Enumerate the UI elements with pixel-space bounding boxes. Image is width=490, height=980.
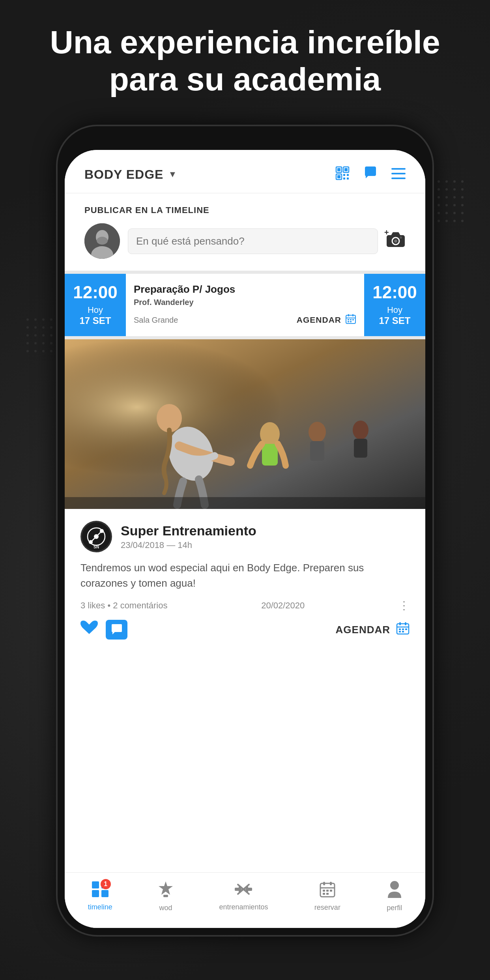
post-section: PUBLICAR EN LA TIMELINE — [65, 193, 425, 274]
svg-point-46 — [42, 334, 45, 337]
svg-rect-96 — [65, 497, 425, 509]
svg-point-9 — [445, 188, 448, 191]
svg-rect-64 — [343, 178, 345, 180]
svg-rect-109 — [402, 628, 404, 630]
svg-point-16 — [453, 196, 456, 198]
brand-name: BODY EDGE — [84, 167, 163, 182]
svg-rect-130 — [326, 890, 329, 892]
svg-rect-84 — [348, 321, 349, 322]
schedule-day-left: Hoy — [88, 305, 103, 315]
svg-rect-127 — [330, 882, 332, 885]
svg-point-47 — [50, 334, 52, 337]
svg-point-49 — [34, 342, 37, 344]
svg-point-29 — [461, 212, 464, 214]
post-header: SN Super Entrenamiento 23/04/2018 — 14h — [65, 509, 425, 560]
timeline-label: timeline — [88, 903, 112, 911]
svg-rect-107 — [397, 627, 409, 628]
svg-rect-78 — [348, 314, 349, 316]
post-action-left — [80, 620, 127, 640]
schedule-room: Sala Grande — [134, 316, 178, 325]
post-input-row: + — [84, 223, 406, 259]
svg-rect-81 — [348, 319, 349, 320]
post-action-right[interactable]: AGENDAR — [336, 621, 410, 638]
svg-point-35 — [461, 220, 464, 222]
svg-point-21 — [445, 204, 448, 206]
svg-point-101 — [100, 529, 104, 533]
wod-icon — [159, 881, 173, 901]
schedule-time-left: 12:00 — [73, 284, 118, 301]
svg-rect-106 — [405, 622, 406, 625]
svg-point-5 — [461, 180, 464, 183]
bottom-nav-timeline[interactable]: 1 timeline — [88, 881, 112, 911]
svg-rect-65 — [347, 178, 349, 180]
svg-point-51 — [50, 342, 52, 344]
phone-notch — [206, 137, 284, 143]
bottom-nav-wod[interactable]: wod — [159, 881, 173, 912]
post-input-field[interactable] — [128, 228, 378, 254]
svg-point-42 — [42, 326, 45, 329]
reservar-icon — [320, 881, 335, 901]
nav-badge: 1 — [101, 879, 111, 889]
svg-text:SN: SN — [94, 545, 99, 549]
svg-point-14 — [438, 196, 440, 198]
svg-rect-111 — [399, 631, 401, 632]
dropdown-icon[interactable]: ▼ — [168, 169, 177, 180]
svg-rect-105 — [399, 622, 401, 625]
post-more-icon[interactable]: ⋮ — [398, 599, 410, 612]
bottom-nav-reservar[interactable]: reservar — [314, 881, 340, 912]
svg-point-26 — [438, 212, 440, 214]
svg-rect-57 — [337, 168, 340, 171]
comment-button[interactable] — [106, 620, 127, 640]
perfil-icon — [387, 881, 402, 901]
camera-button[interactable]: + — [386, 231, 406, 251]
menu-icon[interactable] — [391, 167, 406, 182]
schedule-agendar-btn[interactable]: AGENDAR — [297, 313, 356, 327]
svg-rect-79 — [352, 314, 353, 316]
chat-icon[interactable] — [363, 166, 378, 183]
post-card-date: 23/04/2018 — 14h — [121, 540, 256, 550]
svg-rect-68 — [391, 178, 406, 179]
nav-bar: BODY EDGE ▼ — [65, 150, 425, 193]
post-card: SN Super Entrenamiento 23/04/2018 — 14h … — [65, 509, 425, 872]
svg-point-45 — [34, 334, 37, 337]
svg-point-53 — [34, 350, 37, 352]
wod-label: wod — [159, 904, 172, 912]
schedule-bottom: Sala Grande AGENDAR — [134, 313, 356, 327]
like-button[interactable] — [80, 620, 98, 640]
svg-point-134 — [390, 881, 399, 890]
svg-rect-126 — [323, 882, 325, 885]
bottom-nav: 1 timeline wod — [65, 872, 425, 928]
svg-point-41 — [34, 326, 37, 329]
nav-icons — [335, 166, 406, 183]
schedule-time-right: 12:00 — [372, 284, 417, 301]
svg-rect-66 — [391, 168, 406, 170]
calendar-icon — [345, 313, 356, 327]
svg-point-23 — [461, 204, 464, 206]
camera-icon: + — [386, 231, 406, 251]
svg-point-17 — [461, 196, 464, 198]
svg-point-27 — [445, 212, 448, 214]
schedule-date-right: 17 SET — [379, 315, 410, 326]
schedule-time-block-left: 12:00 Hoy 17 SET — [65, 274, 126, 336]
post-likes: 3 likes • 2 comentários — [80, 600, 167, 611]
nav-brand[interactable]: BODY EDGE ▼ — [84, 167, 177, 182]
qr-code-icon[interactable] — [335, 166, 350, 183]
svg-rect-62 — [343, 174, 345, 176]
svg-rect-113 — [92, 881, 99, 888]
svg-rect-95 — [354, 439, 367, 458]
bottom-nav-perfil[interactable]: perfil — [387, 881, 402, 912]
post-title-group: Super Entrenamiento 23/04/2018 — 14h — [121, 523, 256, 550]
svg-point-48 — [26, 342, 29, 344]
title-section: Una experiencia increíble para su academ… — [0, 24, 490, 98]
svg-point-102 — [89, 540, 93, 544]
workout-image — [65, 339, 425, 509]
post-agendar-label: AGENDAR — [336, 624, 390, 636]
svg-rect-93 — [310, 441, 324, 461]
post-card-meta: 3 likes • 2 comentários 20/02/2020 ⋮ — [65, 599, 425, 620]
schedule-date-left: 17 SET — [79, 315, 111, 326]
svg-point-40 — [26, 326, 29, 329]
agendar-label: AGENDAR — [297, 315, 341, 325]
bottom-nav-entrenamientos[interactable]: entrenamientos — [219, 881, 268, 911]
post-calendar-icon — [396, 621, 410, 638]
svg-point-32 — [438, 220, 440, 222]
